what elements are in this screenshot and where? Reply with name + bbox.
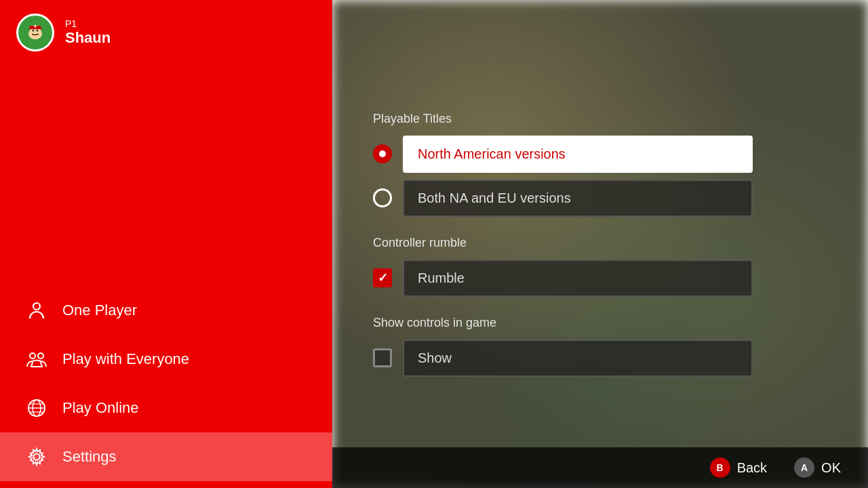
back-button[interactable]: B Back (710, 458, 767, 478)
checkbox-option-rumble[interactable]: Rumble (373, 260, 753, 297)
svg-point-3 (33, 30, 35, 32)
radio-both[interactable] (373, 188, 392, 207)
option-rumble[interactable]: Rumble (403, 260, 753, 297)
show-controls-section: Show controls in game Show (373, 316, 753, 377)
group-icon (24, 347, 49, 371)
svg-point-7 (35, 26, 37, 28)
radio-option-both[interactable]: Both NA and EU versions (373, 180, 753, 217)
ok-button[interactable]: A OK (794, 458, 841, 478)
playable-titles-label: Playable Titles (373, 112, 753, 126)
main-content: Playable Titles North American versions … (332, 0, 868, 488)
player-label: P1 (65, 18, 111, 29)
globe-icon (24, 396, 49, 420)
user-name: Shaun (65, 29, 111, 47)
radio-option-na[interactable]: North American versions (373, 136, 753, 173)
controller-rumble-section: Controller rumble Rumble (373, 236, 753, 297)
svg-point-16 (34, 454, 40, 460)
svg-point-9 (30, 353, 35, 359)
sidebar-item-play-everyone[interactable]: Play with Everyone (0, 335, 332, 384)
svg-point-10 (38, 353, 43, 359)
bottom-bar: B Back A OK (332, 447, 868, 488)
user-info: P1 Shaun (65, 18, 111, 47)
option-both[interactable]: Both NA and EU versions (403, 180, 753, 217)
radio-na[interactable] (373, 144, 392, 163)
sidebar-item-settings-label: Settings (62, 448, 117, 466)
sidebar-item-settings[interactable]: Settings (0, 432, 332, 481)
ok-label: OK (821, 460, 841, 476)
sidebar-item-one-player-label: One Player (62, 302, 137, 319)
settings-panel: Playable Titles North American versions … (373, 112, 753, 377)
a-button-icon: A (794, 458, 814, 478)
svg-point-8 (33, 303, 40, 310)
show-controls-label: Show controls in game (373, 316, 753, 330)
b-button-icon: B (710, 458, 730, 478)
playable-titles-section: Playable Titles North American versions … (373, 112, 753, 217)
avatar (16, 14, 54, 52)
checkbox-option-show[interactable]: Show (373, 340, 753, 377)
option-na[interactable]: North American versions (403, 136, 753, 173)
sidebar-item-play-online[interactable]: Play Online (0, 384, 332, 432)
checkbox-show[interactable] (373, 348, 392, 367)
controller-rumble-label: Controller rumble (373, 236, 753, 250)
option-show[interactable]: Show (403, 340, 753, 377)
gear-icon (24, 445, 49, 469)
avatar-icon (23, 20, 47, 45)
svg-point-4 (37, 30, 39, 32)
sidebar-item-play-online-label: Play Online (62, 399, 139, 417)
nav-menu: One Player Play with Everyone (0, 286, 332, 488)
sidebar: P1 Shaun One Player (0, 0, 332, 488)
checkbox-rumble[interactable] (373, 268, 392, 287)
back-label: Back (737, 460, 767, 476)
sidebar-item-play-everyone-label: Play with Everyone (62, 350, 189, 368)
user-profile: P1 Shaun (0, 0, 332, 65)
sidebar-item-one-player[interactable]: One Player (0, 286, 332, 335)
person-icon (24, 298, 49, 323)
svg-rect-6 (28, 28, 42, 29)
